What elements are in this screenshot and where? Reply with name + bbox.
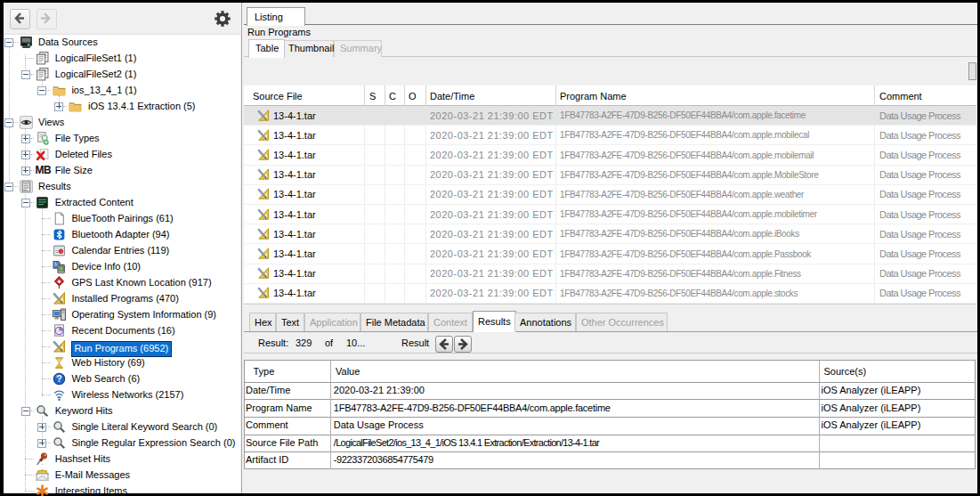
svg-text:?: ? bbox=[56, 374, 61, 384]
